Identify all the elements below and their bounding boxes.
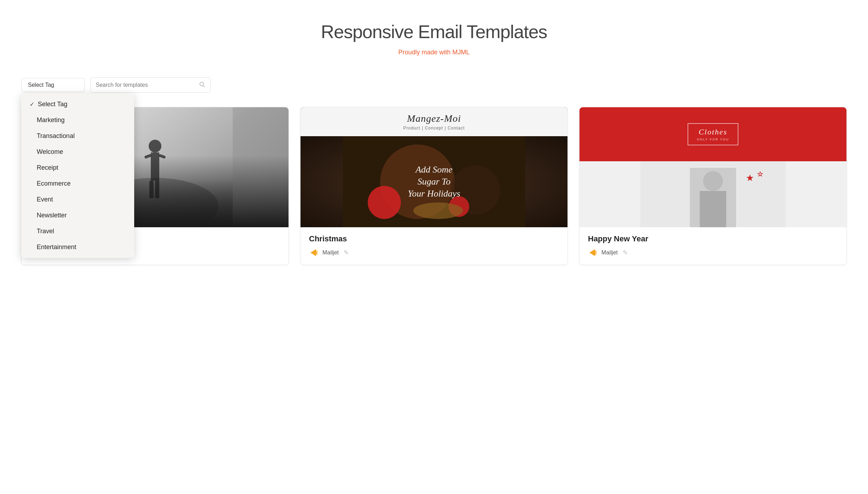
dropdown-item-label: Transactional [37,132,75,140]
dropdown-item-ecommerce[interactable]: Ecommerce [21,176,134,192]
xmas-nav: Product | Concept | Contact [308,126,560,131]
svg-point-24 [703,171,723,191]
tag-dropdown-trigger[interactable]: Select Tag [21,78,85,92]
dropdown-item-label: Receipt [37,164,58,171]
edit-icon: ✎ [623,249,628,257]
hny-brand-box: Clothes ONLY FOR YOU [688,123,738,145]
template-info-christmas: Christmas Mailjet ✎ [301,227,567,265]
page-header: Responsive Email Templates Proudly made … [0,0,868,67]
page-title: Responsive Email Templates [7,21,861,42]
dropdown-item-travel[interactable]: Travel [21,223,134,239]
dropdown-item-label: Newsletter [37,212,67,219]
dropdown-item-transactional[interactable]: Transactional [21,128,134,144]
svg-line-1 [203,85,204,87]
edit-icon: ✎ [344,249,349,257]
xmas-top-bar: Mangez-Moi Product | Concept | Contact [301,107,567,136]
hny-brand-sub: ONLY FOR YOU [697,138,729,141]
hny-photo-area: ★ ★ [579,161,846,227]
dropdown-item-label: Entertainment [37,243,76,251]
dropdown-item-label: Marketing [37,116,65,124]
template-image-christmas: Mangez-Moi Product | Concept | Contact [301,107,567,227]
tag-dropdown-wrapper: Select Tag Select Tag Marketing Transact… [21,78,85,92]
svg-rect-25 [700,191,726,227]
mailjet-icon [309,248,319,258]
svg-text:★: ★ [746,173,754,183]
dropdown-item-newsletter[interactable]: Newsletter [21,207,134,223]
svg-point-19 [413,203,463,219]
dropdown-item-event[interactable]: Event [21,192,134,207]
search-input[interactable] [96,82,199,88]
template-info-happy-new-year: Happy New Year Mailjet ✎ [579,227,846,265]
search-wrapper [90,77,210,93]
svg-rect-10 [155,181,159,198]
template-card-christmas[interactable]: Mangez-Moi Product | Concept | Contact [300,107,568,265]
hny-brand-text: Clothes [697,127,729,137]
svg-rect-9 [149,181,154,198]
mailjet-label: Mailjet [322,249,339,256]
dropdown-item-receipt[interactable]: Receipt [21,160,134,176]
dropdown-item-label: Select Tag [38,101,67,108]
controls-row: Select Tag Select Tag Marketing Transact… [0,67,868,100]
dropdown-item-welcome[interactable]: Welcome [21,144,134,160]
dropdown-item-label: Welcome [37,148,63,156]
page-subtitle: Proudly made with MJML [7,49,861,56]
template-name: Happy New Year [588,234,838,243]
template-meta: Mailjet ✎ [588,248,838,258]
svg-rect-6 [151,152,159,181]
hny-red-banner: Clothes ONLY FOR YOU [579,107,846,161]
mailjet-icon [588,248,598,258]
dropdown-item-marketing[interactable]: Marketing [21,112,134,128]
xmas-dark-content: Add SomeSugar ToYour Holidays [301,136,567,227]
dropdown-item-label: Ecommerce [37,180,71,187]
template-meta: Mailjet ✎ [309,248,559,258]
svg-text:★: ★ [757,171,763,177]
dropdown-item-label: Travel [37,228,54,235]
xmas-overlay-text: Add SomeSugar ToYour Holidays [408,164,460,199]
tag-dropdown-menu: Select Tag Marketing Transactional Welco… [21,94,134,258]
svg-point-0 [200,82,204,86]
dropdown-item-entertainment[interactable]: Entertainment [21,239,134,255]
dropdown-item-select-tag[interactable]: Select Tag [21,96,134,112]
template-name: Christmas [309,234,559,243]
svg-point-17 [368,186,401,219]
dropdown-label: Select Tag [28,82,54,88]
search-icon [199,81,205,89]
xmas-logo: Mangez-Moi [308,113,560,124]
dropdown-item-label: Event [37,196,53,203]
template-card-happy-new-year[interactable]: Clothes ONLY FOR YOU ★ ★ [579,107,847,265]
mailjet-label: Mailjet [601,249,618,256]
template-image-happy-new-year: Clothes ONLY FOR YOU ★ ★ [579,107,846,227]
